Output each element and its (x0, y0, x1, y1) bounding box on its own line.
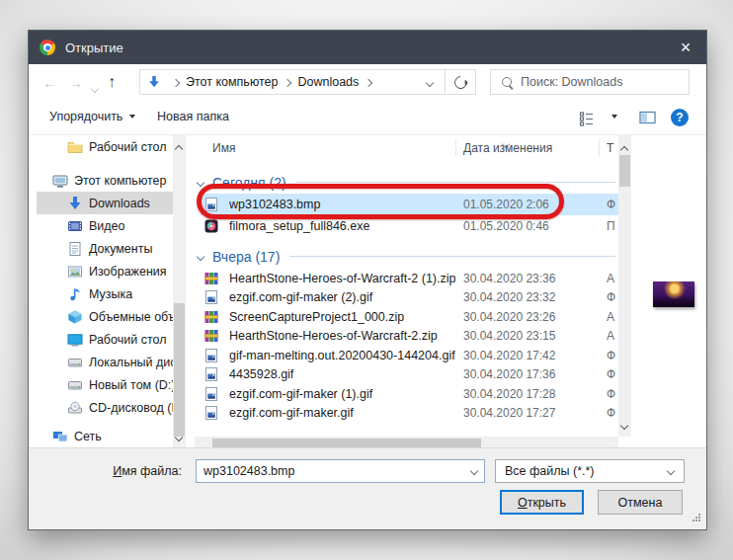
file-type: Ф (591, 367, 618, 381)
file-type: Ф (591, 387, 618, 401)
open-button[interactable]: Открыть (500, 490, 584, 515)
file-type: А (591, 272, 618, 285)
chevron-down-icon (91, 85, 99, 93)
close-icon: × (681, 38, 692, 58)
file-row[interactable]: ScreenCaptureProject1_000.zip30.04.2020 … (201, 307, 618, 327)
documents-icon (67, 241, 83, 257)
sidebar-item-11[interactable]: CD-дисковод (F (37, 396, 173, 419)
sidebar-item-label: Изображения (89, 265, 167, 279)
filetype-select[interactable]: Все файлы (*.*) (495, 459, 685, 483)
open-file-dialog: Открытие × ← → ↑ Этот компьютер Download… (28, 30, 707, 530)
scroll-up-icon[interactable] (176, 138, 182, 156)
refresh-button[interactable] (446, 69, 476, 95)
archive-icon (204, 309, 219, 325)
image-icon (204, 366, 219, 382)
scroll-down-icon[interactable] (176, 427, 182, 444)
close-button[interactable]: × (665, 31, 706, 64)
file-name: filmora_setup_full846.exe (229, 219, 463, 233)
objects3d-icon (67, 309, 83, 325)
dialog-title: Открытие (65, 40, 123, 55)
archive-icon (204, 328, 219, 344)
scroll-down-icon[interactable] (621, 415, 627, 433)
chevron-right-icon (173, 75, 179, 89)
sidebar-item-label: Этот компьютер (74, 174, 166, 188)
search-icon (502, 77, 512, 87)
preview-pane-button[interactable] (639, 110, 656, 128)
sidebar-item-10[interactable]: Новый том (D:) (37, 373, 173, 396)
filename-combo (196, 459, 485, 483)
sidebar-item-label: Рабочий стол (89, 140, 166, 154)
new-folder-label: Новая папка (157, 110, 229, 123)
sidebar-item-7[interactable]: Объемные объ (37, 305, 173, 328)
image-icon (204, 386, 219, 402)
group-divider-line (289, 256, 615, 257)
back-button[interactable]: ← (42, 75, 57, 90)
file-row[interactable]: ezgif.com-gif-maker (2).gif30.04.2020 23… (201, 288, 618, 308)
file-date: 30.04.2020 17:27 (463, 406, 591, 420)
scrollbar-thumb[interactable] (174, 303, 185, 437)
up-icon: ↑ (108, 73, 116, 90)
sidebar-scrollbar[interactable] (173, 135, 186, 448)
organize-button[interactable]: Упорядочить (49, 110, 135, 123)
group-collapse-icon[interactable] (197, 178, 204, 186)
chrome-icon (40, 40, 55, 55)
chevron-down-icon (426, 79, 434, 87)
cdrom-icon (67, 400, 83, 416)
column-separator[interactable] (599, 139, 600, 156)
sidebar-item-label: Объемные объ (89, 310, 173, 324)
forward-icon: → (68, 74, 83, 91)
file-row[interactable]: ezgif.com-gif-maker (1).gif30.04.2020 17… (201, 384, 618, 404)
filetype-value: Все файлы (*.*) (505, 464, 595, 478)
search-placeholder: Поиск: Downloads (521, 75, 622, 89)
new-folder-button[interactable]: Новая папка (157, 110, 229, 123)
search-input[interactable]: Поиск: Downloads (490, 69, 690, 95)
dropdown-triangle-icon (129, 115, 135, 119)
change-view-button[interactable] (579, 111, 595, 129)
recent-locations-button[interactable] (92, 79, 98, 94)
sidebar-item-6[interactable]: Музыка (37, 282, 173, 305)
cancel-button[interactable]: Отмена (598, 490, 683, 515)
breadcrumb-item-downloads[interactable]: Downloads (297, 75, 359, 89)
file-row[interactable]: ezgif.com-gif-maker.gif30.04.2020 17:27Ф (201, 404, 618, 424)
preview-pane-icon (639, 110, 656, 128)
chevron-down-icon (661, 468, 681, 474)
scrollbar-thumb[interactable] (619, 155, 630, 187)
column-header-date[interactable]: Дата изменения (463, 141, 552, 155)
change-view-dropdown[interactable] (605, 115, 617, 119)
filename-input[interactable] (197, 464, 464, 478)
sidebar-item-2[interactable]: Downloads (37, 192, 173, 214)
disk-icon (67, 377, 83, 393)
group-collapse-icon[interactable] (197, 252, 204, 260)
file-row[interactable]: HearthStone-Heroes-of-Warcraft-2.zip30.0… (201, 327, 618, 347)
sidebar-item-0[interactable]: Рабочий стол (37, 135, 173, 158)
file-date: 30.04.2020 17:36 (463, 367, 591, 381)
file-row[interactable]: HearthStone-Heroes-of-Warcraft-2 (1).zip… (201, 269, 618, 288)
title-bar[interactable]: Открытие × (29, 31, 706, 64)
group-header: Вчера (17) (195, 244, 618, 269)
file-row[interactable]: 4435928.gif30.04.2020 17:36Ф (201, 365, 618, 385)
sidebar-item-3[interactable]: Видео (37, 214, 173, 237)
filename-dropdown-button[interactable] (464, 468, 484, 474)
filelist-vertical-scrollbar[interactable] (618, 135, 631, 437)
video-icon (67, 218, 83, 234)
forward-button[interactable]: → (68, 75, 83, 90)
column-header-type[interactable]: Т (607, 141, 613, 155)
up-button[interactable]: ↑ (108, 74, 116, 89)
sidebar-item-5[interactable]: Изображения (37, 260, 173, 282)
address-dropdown-button[interactable] (427, 75, 433, 89)
sidebar-item-12[interactable]: Сеть (37, 425, 173, 447)
resize-grip[interactable] (692, 512, 701, 525)
archive-icon (204, 271, 219, 286)
sidebar-item-8[interactable]: Рабочий стол (37, 328, 173, 351)
breadcrumb-item-this-pc[interactable]: Этот компьютер (186, 75, 278, 89)
file-row[interactable]: gif-man-melting.out.20200430-144204.gif3… (201, 346, 618, 365)
sidebar-item-4[interactable]: Документы (37, 237, 173, 260)
chevron-down-icon (470, 467, 478, 475)
column-header-name[interactable]: Имя (212, 141, 235, 155)
help-button[interactable]: ? (671, 109, 689, 126)
column-separator[interactable] (455, 139, 456, 156)
sidebar-item-1[interactable]: Этот компьютер (37, 169, 173, 192)
music-icon (67, 286, 83, 302)
sidebar-item-label: Новый том (D:) (89, 378, 173, 392)
sidebar-item-9[interactable]: Локальный дис (37, 351, 173, 373)
